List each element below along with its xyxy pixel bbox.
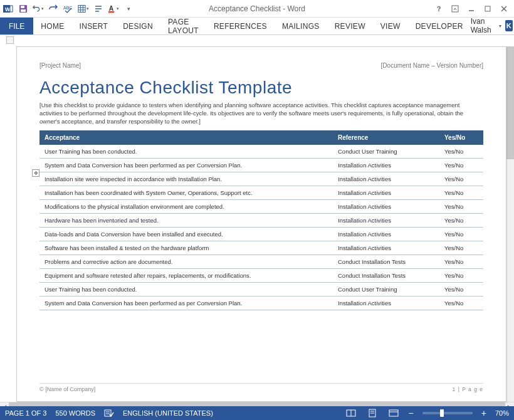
svg-rect-7 bbox=[78, 5, 85, 12]
spellcheck-icon[interactable]: ABC bbox=[63, 3, 74, 14]
svg-rect-5 bbox=[21, 9, 26, 12]
cell: Yes/No bbox=[439, 228, 483, 241]
cell: Conduct Installation Tests bbox=[333, 255, 439, 269]
table-row: User Training has been conducted.Conduct… bbox=[39, 145, 483, 159]
header-left: [Project Name] bbox=[39, 62, 81, 69]
page-status[interactable]: PAGE 1 OF 3 bbox=[5, 409, 46, 417]
cell: Yes/No bbox=[439, 200, 483, 214]
cell: Modifications to the physical installati… bbox=[39, 200, 333, 214]
svg-rect-2 bbox=[10, 6, 13, 12]
qat-customize-icon[interactable]: ▾ bbox=[123, 3, 134, 14]
cell: Installation Activities bbox=[333, 214, 439, 228]
col-reference: Reference bbox=[333, 130, 439, 145]
cell: Installation Activities bbox=[333, 228, 439, 241]
document-page[interactable]: [Project Name] [Document Name – Version … bbox=[16, 46, 506, 402]
cell: System and Data Conversion has been perf… bbox=[39, 159, 333, 172]
user-badge: K bbox=[505, 20, 513, 31]
cell: Yes/No bbox=[439, 159, 483, 172]
vertical-scrollbar[interactable] bbox=[505, 46, 514, 402]
header-right: [Document Name – Version Number] bbox=[381, 62, 483, 69]
cell: Installation Activities bbox=[333, 172, 439, 186]
tab-design[interactable]: DESIGN bbox=[115, 18, 160, 34]
cell: Problems and corrective action are docum… bbox=[39, 255, 333, 269]
svg-rect-30 bbox=[389, 410, 398, 416]
file-tab[interactable]: FILE bbox=[0, 18, 33, 34]
redo-icon[interactable] bbox=[48, 3, 59, 14]
tab-page-layout[interactable]: PAGE LAYOUT bbox=[160, 18, 206, 34]
horizontal-scrollbar[interactable]: ◄ ► bbox=[0, 402, 514, 406]
tab-view[interactable]: VIEW bbox=[373, 18, 408, 34]
cell: Installation site were inspected in acco… bbox=[39, 172, 333, 186]
help-icon[interactable]: ? bbox=[434, 4, 444, 14]
window-controls: ? bbox=[434, 4, 514, 14]
cell: Installation Activities bbox=[333, 297, 439, 310]
cell: Software has been installed & tested on … bbox=[39, 241, 333, 255]
table-row: Installation has been coordinated with S… bbox=[39, 186, 483, 200]
zoom-level[interactable]: 70% bbox=[495, 409, 509, 417]
tab-references[interactable]: REFERENCES bbox=[206, 18, 275, 34]
cell: Installation Activities bbox=[333, 186, 439, 200]
statusbar: PAGE 1 OF 3 550 WORDS ENGLISH (UNITED ST… bbox=[0, 406, 514, 420]
table-row: Problems and corrective action are docum… bbox=[39, 255, 483, 269]
cell: Installation Activities bbox=[333, 200, 439, 214]
table-row: Hardware has been inventoried and tested… bbox=[39, 214, 483, 228]
print-layout-icon[interactable] bbox=[366, 408, 379, 418]
cell: Installation Activities bbox=[333, 159, 439, 172]
ribbon-tabs: FILE HOMEINSERTDESIGNPAGE LAYOUTREFERENC… bbox=[0, 18, 514, 35]
col-acceptance: Acceptance bbox=[39, 130, 333, 145]
table-move-handle[interactable]: ✥ bbox=[32, 169, 39, 177]
cell: Equipment and software retested after re… bbox=[39, 269, 333, 283]
tab-mailings[interactable]: MAILINGS bbox=[275, 18, 327, 34]
cell: Yes/No bbox=[439, 269, 483, 283]
doc-intro: [Use this checklist to provide guidance … bbox=[39, 102, 483, 125]
zoom-slider[interactable] bbox=[422, 412, 473, 414]
minimize-icon[interactable] bbox=[466, 4, 476, 14]
doc-footer: © [Name of Company] 1 | P a g e bbox=[39, 383, 483, 392]
user-account[interactable]: Ivan Walsh ▾ K bbox=[471, 17, 514, 34]
cell: System and Data Conversion has been perf… bbox=[39, 297, 333, 310]
cell: Yes/No bbox=[439, 172, 483, 186]
web-layout-icon[interactable] bbox=[387, 408, 400, 418]
ribbon-display-icon[interactable] bbox=[450, 4, 460, 14]
table-row: Installation site were inspected in acco… bbox=[39, 172, 483, 186]
cell: User Training has been conducted. bbox=[39, 283, 333, 297]
word-count[interactable]: 550 WORDS bbox=[55, 409, 95, 417]
cell: Installation has been coordinated with S… bbox=[39, 186, 333, 200]
svg-rect-17 bbox=[452, 6, 458, 12]
cell: Yes/No bbox=[439, 255, 483, 269]
document-area: [Project Name] [Document Name – Version … bbox=[0, 35, 514, 406]
cell: Data-loads and Data Conversion have been… bbox=[39, 228, 333, 241]
titlebar: W ▾ ABC ▾ A▾ ▾ Acceptance Checklist - Wo… bbox=[0, 0, 514, 18]
undo-icon[interactable]: ▾ bbox=[33, 3, 44, 14]
paragraph-icon[interactable] bbox=[93, 3, 104, 14]
proofing-icon[interactable] bbox=[104, 409, 114, 417]
table-icon[interactable]: ▾ bbox=[78, 3, 89, 14]
checklist-table: Acceptance Reference Yes/No User Trainin… bbox=[39, 130, 483, 310]
language-status[interactable]: ENGLISH (UNITED STATES) bbox=[123, 409, 213, 417]
cell: Yes/No bbox=[439, 283, 483, 297]
cell: Conduct User Training bbox=[333, 283, 439, 297]
tab-home[interactable]: HOME bbox=[33, 18, 71, 34]
scroll-right-arrow[interactable]: ► bbox=[505, 402, 514, 407]
tab-review[interactable]: REVIEW bbox=[327, 18, 373, 34]
save-icon[interactable] bbox=[18, 3, 29, 14]
maximize-icon[interactable] bbox=[483, 4, 493, 14]
user-name: Ivan Walsh bbox=[471, 17, 495, 34]
word-app-icon[interactable]: W bbox=[3, 3, 14, 14]
zoom-in-button[interactable]: + bbox=[481, 409, 486, 417]
table-row: Data-loads and Data Conversion have been… bbox=[39, 228, 483, 241]
zoom-out-button[interactable]: − bbox=[409, 409, 414, 417]
scroll-left-arrow[interactable]: ◄ bbox=[0, 402, 9, 407]
tab-insert[interactable]: INSERT bbox=[72, 18, 116, 34]
cell: Yes/No bbox=[439, 297, 483, 310]
table-row: User Training has been conducted.Conduct… bbox=[39, 283, 483, 297]
svg-rect-19 bbox=[485, 6, 490, 11]
cell: Hardware has been inventoried and tested… bbox=[39, 214, 333, 228]
tab-developer[interactable]: DEVELOPER bbox=[408, 18, 471, 34]
cell: Installation Activities bbox=[333, 241, 439, 255]
close-icon[interactable] bbox=[499, 4, 509, 14]
table-row: Equipment and software retested after re… bbox=[39, 269, 483, 283]
font-color-icon[interactable]: A▾ bbox=[108, 3, 119, 14]
read-mode-icon[interactable] bbox=[345, 408, 357, 418]
cell: User Training has been conducted. bbox=[39, 145, 333, 159]
